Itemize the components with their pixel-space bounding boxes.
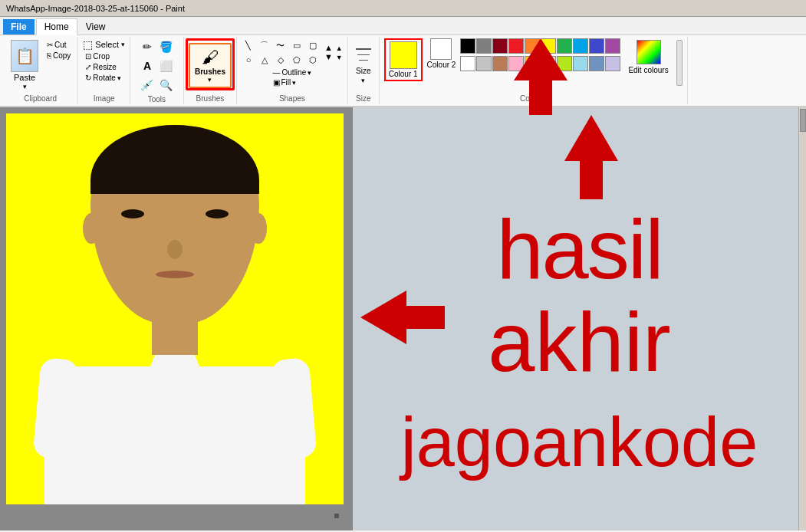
shape-rounded-rect[interactable]: ▢ [306, 38, 320, 52]
brushes-label: Brushes [195, 67, 225, 76]
palette-color-cell[interactable] [492, 56, 508, 71]
palette-color-cell[interactable] [476, 56, 492, 71]
edit-colours-button[interactable]: Edit colours [625, 38, 671, 76]
eraser-tool[interactable]: ⬜ [158, 57, 175, 74]
shape-hexagon[interactable]: ⬡ [306, 53, 320, 67]
brushes-arrow[interactable]: ▾ [208, 76, 212, 84]
size-line-thick [356, 48, 371, 50]
palette-color-cell[interactable] [605, 56, 620, 71]
shape-curve[interactable]: ⌒ [258, 38, 271, 52]
palette-color-cell[interactable] [557, 38, 572, 54]
shape-freeform[interactable]: 〜 [274, 38, 288, 52]
cut-button[interactable]: ✂ Cut [44, 40, 73, 50]
tab-home[interactable]: Home [36, 18, 77, 35]
palette-row2 [460, 56, 620, 71]
palette-color-cell[interactable] [460, 56, 475, 71]
paste-button[interactable]: 📋 Paste ▾ [8, 38, 41, 92]
size-group: Size ▾ Size [348, 37, 380, 104]
shapes-nav-up[interactable]: ▲ [324, 44, 333, 52]
eye-left [121, 209, 144, 218]
arm-right [270, 357, 317, 460]
ribbon-tabs: File Home View [0, 17, 806, 35]
palette-color-cell[interactable] [589, 38, 604, 54]
colours-group: Colour 1 Colour 2 Edit colours Colours [380, 37, 688, 104]
palette-color-cell[interactable] [573, 56, 588, 71]
shapes-content: ╲ ⌒ 〜 ▭ ▢ ○ △ ◇ ⬠ ⬡ ▲ ▼ ▲ ▼ [242, 38, 343, 93]
clipboard-group: 📋 Paste ▾ ✂ Cut ⎘ Copy Clipboard [3, 37, 78, 104]
palette-color-cell[interactable] [541, 56, 556, 71]
palette-color-cell[interactable] [525, 38, 540, 54]
size-arrow[interactable]: ▾ [361, 77, 365, 84]
scrollbar-thumb[interactable] [800, 109, 806, 132]
size-line-medium [357, 54, 370, 55]
shape-ellipse[interactable]: ○ [242, 53, 255, 67]
rotate-label: Rotate [93, 74, 115, 82]
palette-color-cell[interactable] [605, 38, 620, 54]
pencil-tool[interactable]: ✏ [139, 38, 156, 55]
shape-triangle[interactable]: △ [258, 53, 271, 67]
colour1-label: Colour 1 [389, 70, 418, 78]
paste-dropdown-arrow[interactable]: ▾ [23, 83, 27, 90]
color-picker-tool[interactable]: 💉 [139, 77, 156, 94]
nose [167, 240, 183, 259]
palette-color-cell[interactable] [589, 56, 604, 71]
shapes-more-up[interactable]: ▲ [336, 44, 343, 52]
brushes-button[interactable]: 🖌 Brushes ▾ [189, 43, 232, 88]
size-button[interactable]: Size ▾ [353, 45, 374, 86]
select-button[interactable]: ⬚ Select ▾ [83, 38, 125, 51]
palette-color-cell[interactable] [460, 38, 475, 54]
ribbon: 📋 Paste ▾ ✂ Cut ⎘ Copy Clipboard ⬚ [0, 35, 806, 107]
annotation-text-container: hasil akhir jagoankode [401, 202, 758, 482]
fill-tool[interactable]: 🪣 [158, 38, 175, 55]
palette-color-cell[interactable] [476, 38, 492, 54]
palette-color-cell[interactable] [557, 56, 572, 71]
colour1-button[interactable]: Colour 1 [384, 38, 423, 81]
size-label: Size [356, 67, 370, 75]
palette-color-cell[interactable] [508, 56, 524, 71]
tab-view[interactable]: View [77, 18, 114, 34]
shape-pentagon[interactable]: ⬠ [290, 53, 304, 67]
tab-file[interactable]: File [3, 19, 35, 34]
palette-color-cell[interactable] [573, 38, 588, 54]
colour2-button[interactable]: Colour 2 [427, 38, 456, 69]
copy-icon: ⎘ [47, 51, 51, 60]
fill-button[interactable]: ▣ Fill ▾ [273, 78, 312, 87]
rotate-button[interactable]: ↻ Rotate ▾ [83, 73, 123, 83]
outline-arrow: ▾ [308, 69, 311, 77]
resize-handle[interactable] [334, 514, 339, 518]
colour-palette [460, 38, 620, 71]
palette-color-cell[interactable] [525, 56, 540, 71]
text-tool[interactable]: A [139, 57, 156, 74]
shapes-more-down[interactable]: ▼ [336, 54, 343, 61]
collar [144, 351, 206, 382]
copy-button[interactable]: ⎘ Copy [44, 51, 73, 61]
shape-diamond[interactable]: ◇ [274, 53, 288, 67]
resize-icon: ⤢ [85, 63, 91, 71]
rotate-arrow: ▾ [117, 74, 121, 82]
outline-button[interactable]: — Outline ▾ [273, 68, 312, 77]
shapes-label: Shapes [279, 93, 305, 103]
face [90, 125, 259, 324]
crop-button[interactable]: ⊡ Crop [83, 51, 112, 61]
magnifier-tool[interactable]: 🔍 [158, 77, 175, 94]
title-bar: WhatsApp-Image-2018-03-25-at-115060 - Pa… [0, 0, 806, 17]
colours-scrollbar[interactable] [676, 40, 683, 86]
tools-group: ✏ 🪣 A ⬜ 💉 🔍 Tools [130, 37, 184, 104]
palette-color-cell[interactable] [508, 38, 524, 54]
canvas-content: hasil akhir jagoankode [0, 107, 806, 530]
palette-color-cell[interactable] [492, 38, 508, 54]
shape-line[interactable]: ╲ [242, 38, 255, 52]
brushes-group: 🖌 Brushes ▾ Brushes [184, 37, 237, 104]
title-text: WhatsApp-Image-2018-03-25-at-115060 - Pa… [6, 4, 185, 13]
resize-label: Resize [93, 63, 117, 71]
up-arrow-svg [564, 115, 618, 199]
colours-label: Colours [520, 93, 546, 103]
vertical-scrollbar[interactable] [798, 107, 806, 530]
shapes-nav-down[interactable]: ▼ [324, 53, 333, 61]
palette-color-cell[interactable] [541, 38, 556, 54]
resize-button[interactable]: ⤢ Resize [83, 62, 119, 72]
photo-background [6, 113, 344, 504]
left-arrow-svg [360, 291, 445, 344]
shape-rect[interactable]: ▭ [290, 38, 304, 52]
cut-label: Cut [54, 41, 67, 49]
